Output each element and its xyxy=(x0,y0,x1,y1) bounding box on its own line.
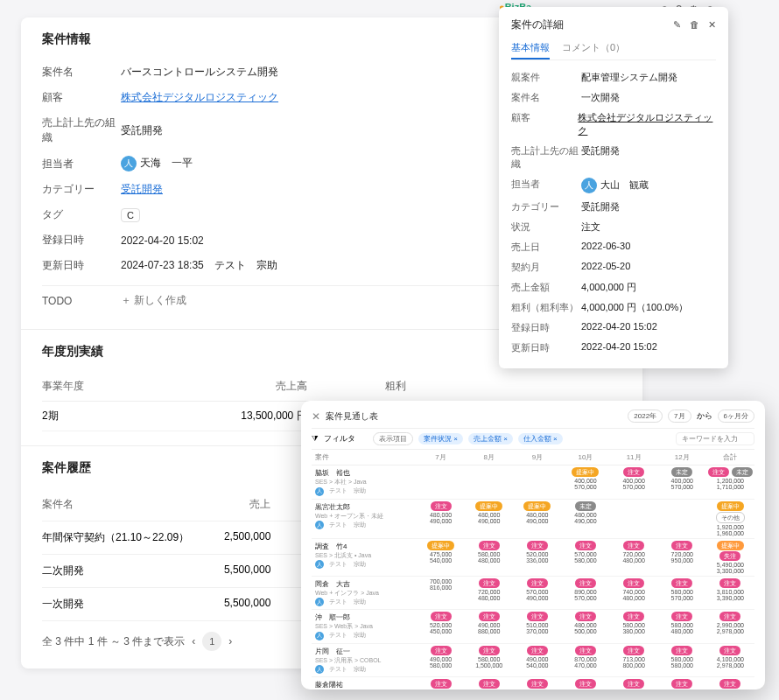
forecast-cell[interactable] xyxy=(465,466,513,500)
tab-comments[interactable]: コメント（0） xyxy=(562,38,625,60)
forecast-cell[interactable]: 未定400,000570,000 xyxy=(658,466,706,500)
hist-col-name: 案件名 xyxy=(42,497,194,512)
forecast-cell[interactable]: 注文 未定1,200,0001,710,000 xyxy=(706,466,754,500)
label-org: 売上計上先の組織 xyxy=(42,116,121,145)
forecast-cell[interactable]: 注文1,300,000990,000 xyxy=(610,677,658,690)
forecast-cell[interactable]: 提案中400,000570,000 xyxy=(561,466,609,500)
forecast-cell[interactable] xyxy=(417,466,465,500)
filter-label: フィルタ xyxy=(324,433,355,444)
tab-basic-info[interactable]: 基本情報 xyxy=(511,38,550,60)
forecast-cell[interactable]: 注文580,000480,000 xyxy=(465,539,513,577)
forecast-cell[interactable]: 注文520,000336,000 xyxy=(513,539,561,577)
forecast-row-label[interactable]: 岡倉 大吉Web + インフラ > Java人 テスト 宗助 xyxy=(312,577,417,611)
forecast-cell[interactable]: 注文720,000480,000 xyxy=(610,539,658,577)
label-category: カテゴリー xyxy=(42,182,121,197)
forecast-window: ✕ 案件見通し表 2022年 7月 から 6ヶ月分 ⧩ フィルタ 表示項目 案件… xyxy=(301,401,765,690)
forecast-cell[interactable] xyxy=(610,500,658,539)
edit-icon[interactable]: ✎ xyxy=(673,19,681,31)
forecast-cell[interactable]: 注文580,000570,000 xyxy=(658,577,706,611)
search-input[interactable] xyxy=(676,432,754,445)
hist-col-sales: 売上 xyxy=(194,497,270,512)
customer-link[interactable]: 株式会社デジタルロジスティック xyxy=(121,90,278,105)
forecast-cell[interactable]: 注文580,0001,500,000 xyxy=(465,644,513,678)
avatar-icon: 人 xyxy=(121,156,137,172)
forecast-cell[interactable]: 注文510,000370,000 xyxy=(513,610,561,644)
year-select[interactable]: 2022年 xyxy=(628,410,663,423)
forecast-col-header: 7月 xyxy=(417,450,465,466)
forecast-row-label[interactable]: 黒宮壮太郎Web + オープン系・未経人 テスト 宗助 xyxy=(312,500,417,539)
forecast-cell[interactable]: 未定480,000490,000 xyxy=(561,500,609,539)
label-updated: 更新日時 xyxy=(42,258,121,273)
forecast-row-label[interactable]: 調査 竹4SES > 北浜支 • Java人 テスト 宗助 xyxy=(312,539,417,577)
page-1-button[interactable]: 1 xyxy=(202,632,221,651)
forecast-cell[interactable]: 注文890,000570,000 xyxy=(561,577,609,611)
detail-panel: 案件の詳細 ✎ 🗑 ✕ 基本情報 コメント（0） 親案件配車管理システム開発 案… xyxy=(499,7,728,368)
forecast-row-label[interactable]: 藤倉陽祐SES > オープン系 > Java人 テスト 宗助 xyxy=(312,677,417,690)
forecast-cell[interactable]: 注文400,000570,000 xyxy=(610,466,658,500)
category-link[interactable]: 受託開発 xyxy=(121,182,163,197)
forecast-cell[interactable]: 提案中 失注5,490,0003,300,000 xyxy=(706,539,754,577)
forecast-col-header: 合計 xyxy=(706,450,754,466)
forecast-cell[interactable]: 注文520,000450,000 xyxy=(417,610,465,644)
filter-chip-sales[interactable]: 売上金額 × xyxy=(468,433,513,444)
forecast-cell[interactable]: 注文1,300,000990,000 xyxy=(465,677,513,690)
avatar-icon: 人 xyxy=(581,178,597,193)
forecast-cell[interactable]: 注文870,000470,000 xyxy=(561,644,609,678)
col-year: 事業年度 xyxy=(42,379,207,394)
month-select[interactable]: 7月 xyxy=(668,410,691,423)
forecast-row-label[interactable]: 沖 順一郎SES > Web系 > Java人 テスト 宗助 xyxy=(312,610,417,644)
filter-chip-status[interactable]: 案件状況 × xyxy=(418,433,463,444)
forecast-col-header: 9月 xyxy=(513,450,561,466)
forecast-cell[interactable]: 注文580,000480,000 xyxy=(658,610,706,644)
todo-new-button[interactable]: ＋ 新しく作成 xyxy=(121,293,186,308)
delete-icon[interactable]: 🗑 xyxy=(690,19,699,31)
value-pic: 人天海 一平 xyxy=(121,156,193,172)
next-page-button[interactable]: › xyxy=(228,635,232,648)
label-created: 登録日時 xyxy=(42,233,121,248)
filter-chip-cost[interactable]: 仕入金額 × xyxy=(518,433,563,444)
forecast-cell[interactable]: 注文3,810,0003,390,000 xyxy=(706,577,754,611)
label-name: 案件名 xyxy=(42,65,121,80)
forecast-cell[interactable]: 注文1,300,000990,000 xyxy=(417,677,465,690)
detail-title: 案件の詳細 xyxy=(511,18,564,32)
forecast-cell[interactable]: 注文1,500,000990,000 xyxy=(513,677,561,690)
prev-page-button[interactable]: ‹ xyxy=(192,635,195,648)
forecast-cell[interactable]: 注文2,990,0002,978,000 xyxy=(706,610,754,644)
forecast-cell[interactable]: 注文4,100,0002,978,000 xyxy=(706,644,754,678)
display-chip[interactable]: 表示項目 xyxy=(373,432,413,445)
forecast-cell[interactable]: 提案中 その他1,920,0001,960,000 xyxy=(706,500,754,539)
forecast-cell[interactable]: 注文490,000880,000 xyxy=(465,610,513,644)
forecast-cell[interactable]: 700,000816,000 xyxy=(417,577,465,611)
forecast-cell[interactable] xyxy=(658,500,706,539)
forecast-cell[interactable]: 注文570,000490,000 xyxy=(513,577,561,611)
forecast-cell[interactable]: 提案中480,000490,000 xyxy=(465,500,513,539)
forecast-cell[interactable]: 注文490,000540,000 xyxy=(513,644,561,678)
forecast-cell[interactable]: 注文480,000500,000 xyxy=(561,610,609,644)
forecast-col-header: 11月 xyxy=(610,450,658,466)
filter-icon[interactable]: ⧩ xyxy=(312,434,319,444)
forecast-close-icon[interactable]: ✕ xyxy=(312,410,320,423)
tag-badge[interactable]: C xyxy=(121,208,140,222)
forecast-cell[interactable]: 注文480,000490,000 xyxy=(417,500,465,539)
forecast-cell[interactable]: 注文720,000950,000 xyxy=(658,539,706,577)
forecast-cell[interactable]: 注文580,000580,000 xyxy=(658,644,706,678)
forecast-cell[interactable]: 注文713,000800,000 xyxy=(610,644,658,678)
span-select[interactable]: 6ヶ月分 xyxy=(718,410,754,423)
value-org: 受託開発 xyxy=(121,123,163,138)
forecast-row-label[interactable]: 脇坂 裕也SES > 本社 > Java人 テスト 宗助 xyxy=(312,466,417,500)
forecast-cell[interactable]: 注文580,000380,000 xyxy=(610,610,658,644)
forecast-cell[interactable]: 注文740,000480,000 xyxy=(610,577,658,611)
forecast-cell[interactable]: 注文1,500,000990,000 xyxy=(561,677,609,690)
forecast-cell[interactable]: 注文490,000580,000 xyxy=(417,644,465,678)
close-icon[interactable]: ✕ xyxy=(708,19,716,31)
forecast-cell[interactable] xyxy=(513,466,561,500)
label-pic: 担当者 xyxy=(42,157,121,172)
forecast-cell[interactable]: 注文720,000480,000 xyxy=(465,577,513,611)
detail-customer-link[interactable]: 株式会社デジタルロジスティック xyxy=(578,111,716,137)
forecast-cell[interactable]: 提案中475,000540,000 xyxy=(417,539,465,577)
forecast-cell[interactable]: 注文8,200,0005,940,000 xyxy=(706,677,754,690)
forecast-cell[interactable]: 提案中480,000490,000 xyxy=(513,500,561,539)
forecast-row-label[interactable]: 片岡 征一SES > 汎用系 > COBOL人 テスト 宗助 xyxy=(312,644,417,678)
forecast-cell[interactable]: 注文570,000580,000 xyxy=(561,539,609,577)
forecast-cell[interactable]: 注文1,300,000990,000 xyxy=(658,677,706,690)
